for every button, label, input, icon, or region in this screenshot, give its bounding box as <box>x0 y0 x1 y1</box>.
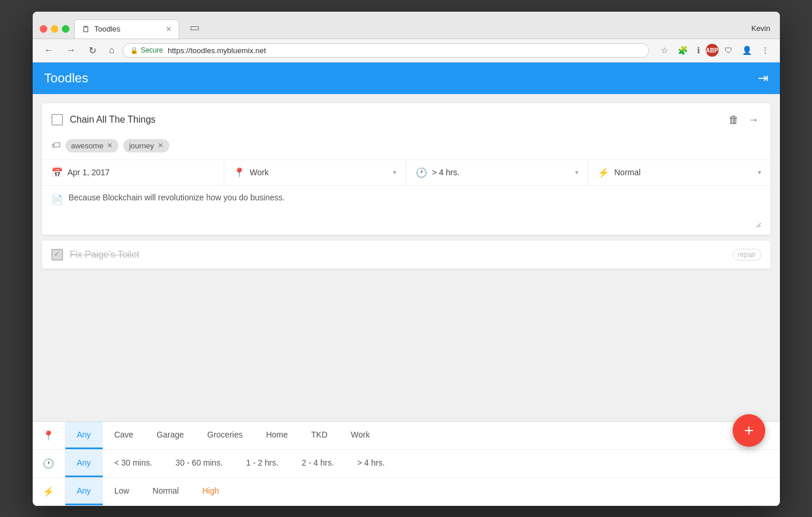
tag-label-awesome: awesome <box>71 141 104 150</box>
tag-label-journey: journey <box>129 141 154 150</box>
time-dropdown-arrow: ▾ <box>575 168 578 176</box>
task-checkbox-1[interactable] <box>51 114 63 126</box>
app-title: Toodles <box>44 71 89 86</box>
close-dot[interactable] <box>40 25 47 33</box>
priority-filter-icon: ⚡ <box>33 478 65 505</box>
tag-remove-journey[interactable]: ✕ <box>158 142 163 149</box>
move-task-button-1[interactable]: → <box>746 112 761 129</box>
clock-filter-icon: 🕐 <box>43 458 54 469</box>
location-filter-icon: 📍 <box>33 422 65 449</box>
task-title-2: Fix Paige's Toilet <box>70 249 726 260</box>
time-filter-any[interactable]: Any <box>65 450 103 477</box>
time-filter-30-60[interactable]: 30 - 60 mins. <box>164 450 235 477</box>
calendar-icon: 📅 <box>51 167 63 178</box>
priority-dropdown-arrow: ▾ <box>758 168 761 176</box>
tag-chip-journey: journey ✕ <box>123 139 169 152</box>
time-filter-options: Any < 30 mins. 30 - 60 mins. 1 - 2 hrs. … <box>65 450 780 477</box>
tab-close-button[interactable]: ✕ <box>166 25 172 33</box>
priority-icon: ⚡ <box>598 167 609 178</box>
time-filter-1-2hrs[interactable]: 1 - 2 hrs. <box>235 450 290 477</box>
location-filter-tkd[interactable]: TKD <box>299 422 339 449</box>
location-filter-home[interactable]: Home <box>255 422 299 449</box>
priority-filter-normal[interactable]: Normal <box>141 478 190 505</box>
url-text[interactable]: https://toodles.mybluemix.net <box>168 46 266 55</box>
tab-title: Toodles <box>95 25 121 33</box>
home-button[interactable]: ⌂ <box>104 43 120 58</box>
nav-icons: ☆ 🧩 ℹ ABP 🛡 👤 ⋮ <box>657 43 773 57</box>
profile-button[interactable]: 👤 <box>738 43 755 57</box>
delete-task-button-1[interactable]: 🗑 <box>726 112 741 129</box>
tag-remove-awesome[interactable]: ✕ <box>107 142 113 149</box>
info-button[interactable]: ℹ <box>693 43 703 57</box>
notes-icon: 📄 <box>51 194 63 205</box>
location-filter-row: 📍 Any Cave Garage Groceries Home TKD Wor… <box>33 422 780 450</box>
time-filter-row: 🕐 Any < 30 mins. 30 - 60 mins. 1 - 2 hrs… <box>33 450 780 478</box>
meta-row-1: 📅 Apr 1, 2017 📍 Work ▾ 🕐 > 4 hrs. ▾ ⚡ No… <box>42 160 771 186</box>
location-filter-garage[interactable]: Garage <box>145 422 196 449</box>
task-header-1: Chain All The Things 🗑 → <box>42 103 771 137</box>
task-actions-1: 🗑 → <box>726 112 761 129</box>
location-filter-work[interactable]: Work <box>339 422 381 449</box>
adblock-button[interactable]: ABP <box>706 44 719 57</box>
priority-filter-high[interactable]: High <box>190 478 231 505</box>
clock-icon: 🕐 <box>416 167 427 178</box>
tags-row-1: 🏷 awesome ✕ journey ✕ <box>42 137 771 160</box>
shield-button[interactable]: 🛡 <box>721 43 736 57</box>
priority-filter-row: ⚡ Any Low Normal High <box>33 478 780 506</box>
priority-filter-low[interactable]: Low <box>103 478 141 505</box>
bookmark-button[interactable]: ☆ <box>657 43 672 57</box>
task-header-2: Fix Paige's Toilet repair <box>42 241 771 269</box>
priority-cell[interactable]: ⚡ Normal ▾ <box>588 160 770 185</box>
task-checkbox-2[interactable] <box>51 249 63 261</box>
notes-row-1: 📄 Because Blockchain will revolutionize … <box>42 186 771 235</box>
date-cell: 📅 Apr 1, 2017 <box>42 160 224 185</box>
task-time-1: > 4 hrs. <box>432 168 459 177</box>
new-tab-button[interactable]: ▭ <box>184 18 205 39</box>
task-priority-1: Normal <box>614 168 640 177</box>
browser-tab[interactable]: 🗒 Toodles ✕ <box>74 19 179 39</box>
secure-text: Secure <box>141 46 163 54</box>
menu-button[interactable]: ⋮ <box>758 43 773 57</box>
location-cell[interactable]: 📍 Work ▾ <box>224 160 406 185</box>
back-button[interactable]: ← <box>40 43 58 58</box>
user-label: Kevin <box>751 24 773 39</box>
maximize-dot[interactable] <box>62 25 69 33</box>
nav-bar: ← → ↻ ⌂ 🔒 Secure https://toodles.mybluem… <box>33 39 780 63</box>
reload-button[interactable]: ↻ <box>84 43 101 58</box>
filter-section: 📍 Any Cave Garage Groceries Home TKD Wor… <box>33 421 780 506</box>
task-title-1: Chain All The Things <box>70 114 719 125</box>
task-card-2: Fix Paige's Toilet repair <box>42 241 771 269</box>
time-cell[interactable]: 🕐 > 4 hrs. ▾ <box>406 160 588 185</box>
tag-icon: 🏷 <box>51 140 61 151</box>
add-task-fab[interactable]: + <box>733 414 765 447</box>
main-content: Chain All The Things 🗑 → 🏷 awesome ✕ jou… <box>33 94 780 421</box>
location-icon: 📍 <box>234 167 245 178</box>
task-date-1: Apr 1, 2017 <box>68 168 110 177</box>
priority-filter-any[interactable]: Any <box>65 478 103 505</box>
location-filter-options: Any Cave Garage Groceries Home TKD Work <box>65 422 780 449</box>
extensions-button[interactable]: 🧩 <box>674 43 691 57</box>
task-tag-repair: repair <box>733 249 761 261</box>
location-filter-any[interactable]: Any <box>65 422 103 449</box>
tab-favicon: 🗒 <box>82 25 90 34</box>
window-controls <box>40 25 69 39</box>
secure-badge: 🔒 Secure <box>130 46 163 54</box>
logout-button[interactable]: ⇥ <box>758 71 768 86</box>
address-bar: 🔒 Secure https://toodles.mybluemix.net <box>123 43 649 58</box>
task-card-1: Chain All The Things 🗑 → 🏷 awesome ✕ jou… <box>42 103 771 235</box>
location-pin-icon: 📍 <box>43 430 54 441</box>
location-dropdown-arrow: ▾ <box>393 168 396 176</box>
tag-chip-awesome: awesome ✕ <box>65 139 119 152</box>
time-filter-icon: 🕐 <box>33 450 65 477</box>
task-location-1: Work <box>250 168 269 177</box>
forward-button[interactable]: → <box>62 43 81 58</box>
title-bar: 🗒 Toodles ✕ ▭ Kevin <box>33 12 780 39</box>
time-filter-4hrs[interactable]: > 4 hrs. <box>346 450 396 477</box>
location-filter-groceries[interactable]: Groceries <box>196 422 255 449</box>
priority-filter-options: Any Low Normal High <box>65 478 780 505</box>
minimize-dot[interactable] <box>51 25 58 33</box>
time-filter-2-4hrs[interactable]: 2 - 4 hrs. <box>290 450 346 477</box>
location-filter-cave[interactable]: Cave <box>103 422 145 449</box>
time-filter-30mins[interactable]: < 30 mins. <box>103 450 164 477</box>
notes-textarea-1[interactable]: Because Blockchain will revolutionize ho… <box>69 193 761 228</box>
